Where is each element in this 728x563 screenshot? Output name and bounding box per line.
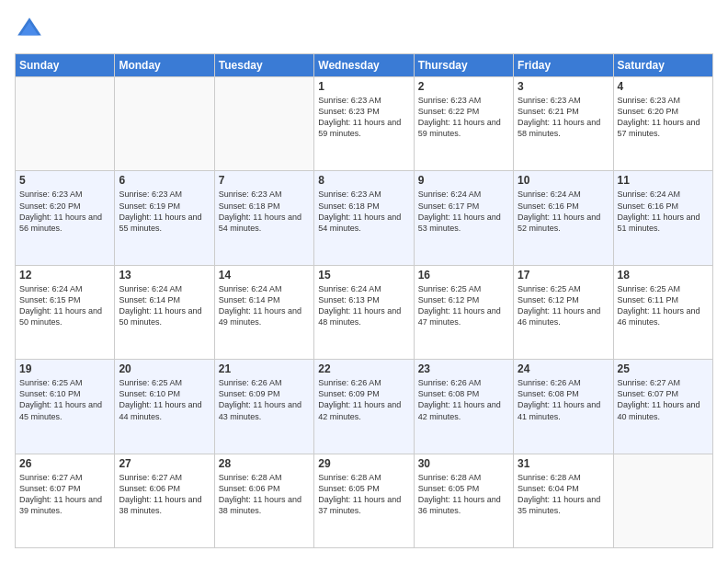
calendar-cell: 29Sunrise: 6:28 AM Sunset: 6:05 PM Dayli… [314, 454, 414, 547]
calendar-cell: 5Sunrise: 6:23 AM Sunset: 6:20 PM Daylig… [16, 171, 115, 265]
calendar-cell: 10Sunrise: 6:24 AM Sunset: 6:16 PM Dayli… [514, 171, 613, 265]
day-info: Sunrise: 6:28 AM Sunset: 6:05 PM Dayligh… [418, 472, 509, 517]
day-number: 11 [618, 174, 709, 187]
day-info: Sunrise: 6:28 AM Sunset: 6:05 PM Dayligh… [318, 472, 409, 517]
weekday-header-row: SundayMondayTuesdayWednesdayThursdayFrid… [16, 54, 713, 77]
day-number: 14 [219, 269, 310, 282]
day-info: Sunrise: 6:27 AM Sunset: 6:06 PM Dayligh… [119, 472, 210, 517]
calendar-week-row: 1Sunrise: 6:23 AM Sunset: 6:23 PM Daylig… [16, 77, 713, 171]
day-number: 19 [19, 362, 110, 375]
page: SundayMondayTuesdayWednesdayThursdayFrid… [0, 0, 728, 563]
calendar-cell [613, 454, 712, 547]
day-info: Sunrise: 6:28 AM Sunset: 6:06 PM Dayligh… [219, 472, 310, 517]
calendar-table: SundayMondayTuesdayWednesdayThursdayFrid… [15, 53, 713, 548]
weekday-header-thursday: Thursday [414, 54, 513, 77]
day-number: 23 [418, 362, 509, 375]
calendar-cell: 27Sunrise: 6:27 AM Sunset: 6:06 PM Dayli… [115, 454, 214, 547]
weekday-header-friday: Friday [514, 54, 613, 77]
day-number: 13 [119, 269, 210, 282]
calendar-cell: 13Sunrise: 6:24 AM Sunset: 6:14 PM Dayli… [115, 265, 214, 359]
day-number: 27 [119, 457, 210, 470]
calendar-cell [115, 77, 214, 171]
calendar-cell: 21Sunrise: 6:26 AM Sunset: 6:09 PM Dayli… [214, 360, 313, 454]
day-number: 21 [219, 362, 310, 375]
day-number: 12 [19, 269, 110, 282]
day-number: 22 [318, 362, 409, 375]
header [15, 15, 713, 44]
day-number: 28 [219, 457, 310, 470]
day-number: 15 [318, 269, 409, 282]
calendar-cell: 1Sunrise: 6:23 AM Sunset: 6:23 PM Daylig… [314, 77, 414, 171]
day-info: Sunrise: 6:28 AM Sunset: 6:04 PM Dayligh… [518, 472, 609, 517]
logo [15, 15, 50, 44]
calendar-cell: 3Sunrise: 6:23 AM Sunset: 6:21 PM Daylig… [514, 77, 613, 171]
calendar-week-row: 12Sunrise: 6:24 AM Sunset: 6:15 PM Dayli… [16, 265, 713, 359]
calendar-cell: 28Sunrise: 6:28 AM Sunset: 6:06 PM Dayli… [214, 454, 313, 547]
day-info: Sunrise: 6:24 AM Sunset: 6:16 PM Dayligh… [618, 189, 709, 234]
day-info: Sunrise: 6:27 AM Sunset: 6:07 PM Dayligh… [618, 377, 709, 422]
calendar-cell: 2Sunrise: 6:23 AM Sunset: 6:22 PM Daylig… [414, 77, 513, 171]
day-number: 25 [618, 362, 709, 375]
day-info: Sunrise: 6:24 AM Sunset: 6:15 PM Dayligh… [19, 283, 110, 328]
day-number: 29 [318, 457, 409, 470]
calendar-cell: 25Sunrise: 6:27 AM Sunset: 6:07 PM Dayli… [613, 360, 712, 454]
calendar-cell: 19Sunrise: 6:25 AM Sunset: 6:10 PM Dayli… [16, 360, 115, 454]
day-number: 8 [318, 174, 409, 187]
calendar-cell: 12Sunrise: 6:24 AM Sunset: 6:15 PM Dayli… [16, 265, 115, 359]
weekday-header-tuesday: Tuesday [214, 54, 313, 77]
day-info: Sunrise: 6:23 AM Sunset: 6:23 PM Dayligh… [318, 95, 409, 140]
day-info: Sunrise: 6:23 AM Sunset: 6:19 PM Dayligh… [119, 189, 210, 234]
day-info: Sunrise: 6:26 AM Sunset: 6:08 PM Dayligh… [418, 377, 509, 422]
calendar-cell: 24Sunrise: 6:26 AM Sunset: 6:08 PM Dayli… [514, 360, 613, 454]
day-info: Sunrise: 6:26 AM Sunset: 6:09 PM Dayligh… [318, 377, 409, 422]
calendar-cell: 22Sunrise: 6:26 AM Sunset: 6:09 PM Dayli… [314, 360, 414, 454]
day-number: 5 [19, 174, 110, 187]
day-info: Sunrise: 6:26 AM Sunset: 6:09 PM Dayligh… [219, 377, 310, 422]
day-info: Sunrise: 6:23 AM Sunset: 6:21 PM Dayligh… [518, 95, 609, 140]
calendar-cell: 14Sunrise: 6:24 AM Sunset: 6:14 PM Dayli… [214, 265, 313, 359]
calendar-cell: 23Sunrise: 6:26 AM Sunset: 6:08 PM Dayli… [414, 360, 513, 454]
day-number: 4 [618, 80, 709, 93]
calendar-cell: 11Sunrise: 6:24 AM Sunset: 6:16 PM Dayli… [613, 171, 712, 265]
day-number: 2 [418, 80, 509, 93]
calendar-cell: 31Sunrise: 6:28 AM Sunset: 6:04 PM Dayli… [514, 454, 613, 547]
day-number: 6 [119, 174, 210, 187]
day-info: Sunrise: 6:27 AM Sunset: 6:07 PM Dayligh… [19, 472, 110, 517]
day-number: 18 [618, 269, 709, 282]
day-info: Sunrise: 6:25 AM Sunset: 6:12 PM Dayligh… [418, 283, 509, 328]
weekday-header-sunday: Sunday [16, 54, 115, 77]
day-info: Sunrise: 6:26 AM Sunset: 6:08 PM Dayligh… [518, 377, 609, 422]
day-number: 9 [418, 174, 509, 187]
calendar-cell: 30Sunrise: 6:28 AM Sunset: 6:05 PM Dayli… [414, 454, 513, 547]
calendar-cell: 6Sunrise: 6:23 AM Sunset: 6:19 PM Daylig… [115, 171, 214, 265]
calendar-cell: 26Sunrise: 6:27 AM Sunset: 6:07 PM Dayli… [16, 454, 115, 547]
calendar-cell: 4Sunrise: 6:23 AM Sunset: 6:20 PM Daylig… [613, 77, 712, 171]
day-info: Sunrise: 6:25 AM Sunset: 6:10 PM Dayligh… [119, 377, 210, 422]
day-number: 16 [418, 269, 509, 282]
day-info: Sunrise: 6:23 AM Sunset: 6:20 PM Dayligh… [618, 95, 709, 140]
calendar-cell: 9Sunrise: 6:24 AM Sunset: 6:17 PM Daylig… [414, 171, 513, 265]
calendar-cell [214, 77, 313, 171]
weekday-header-wednesday: Wednesday [314, 54, 414, 77]
day-info: Sunrise: 6:23 AM Sunset: 6:20 PM Dayligh… [19, 189, 110, 234]
calendar-cell: 16Sunrise: 6:25 AM Sunset: 6:12 PM Dayli… [414, 265, 513, 359]
day-info: Sunrise: 6:23 AM Sunset: 6:22 PM Dayligh… [418, 95, 509, 140]
calendar-cell: 20Sunrise: 6:25 AM Sunset: 6:10 PM Dayli… [115, 360, 214, 454]
day-info: Sunrise: 6:24 AM Sunset: 6:16 PM Dayligh… [518, 189, 609, 234]
day-number: 17 [518, 269, 609, 282]
calendar-week-row: 26Sunrise: 6:27 AM Sunset: 6:07 PM Dayli… [16, 454, 713, 547]
day-number: 26 [19, 457, 110, 470]
weekday-header-monday: Monday [115, 54, 214, 77]
day-info: Sunrise: 6:24 AM Sunset: 6:13 PM Dayligh… [318, 283, 409, 328]
calendar-cell: 7Sunrise: 6:23 AM Sunset: 6:18 PM Daylig… [214, 171, 313, 265]
calendar-cell: 18Sunrise: 6:25 AM Sunset: 6:11 PM Dayli… [613, 265, 712, 359]
day-number: 1 [318, 80, 409, 93]
day-number: 30 [418, 457, 509, 470]
calendar-week-row: 5Sunrise: 6:23 AM Sunset: 6:20 PM Daylig… [16, 171, 713, 265]
calendar-cell [16, 77, 115, 171]
day-info: Sunrise: 6:23 AM Sunset: 6:18 PM Dayligh… [318, 189, 409, 234]
day-info: Sunrise: 6:23 AM Sunset: 6:18 PM Dayligh… [219, 189, 310, 234]
day-number: 20 [119, 362, 210, 375]
day-info: Sunrise: 6:25 AM Sunset: 6:12 PM Dayligh… [518, 283, 609, 328]
calendar-cell: 17Sunrise: 6:25 AM Sunset: 6:12 PM Dayli… [514, 265, 613, 359]
